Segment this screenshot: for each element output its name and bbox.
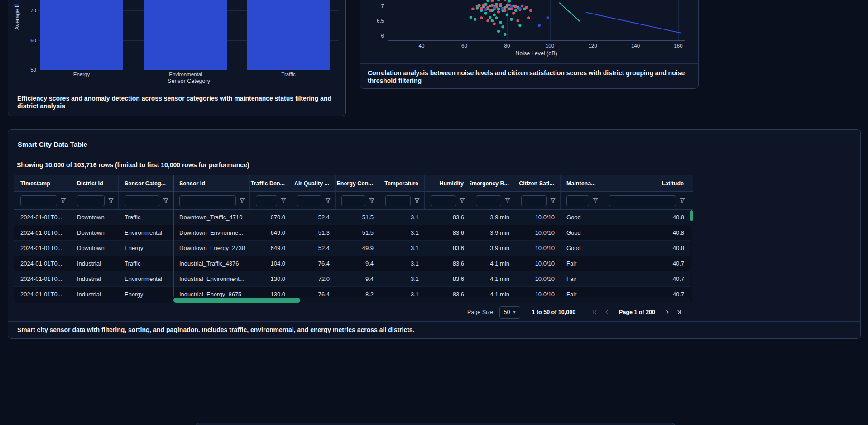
filter-input[interactable]: [385, 195, 411, 206]
table-cell-text: 104.0: [270, 260, 285, 267]
table-cell: 4.1 min: [470, 256, 515, 271]
scatter-point: [489, 9, 491, 12]
filter-input[interactable]: [609, 195, 676, 206]
filter-input[interactable]: [77, 195, 105, 206]
filter-icon[interactable]: [325, 198, 331, 203]
page-size-select[interactable]: 50 ▾: [499, 306, 520, 319]
first-page-icon[interactable]: [592, 309, 598, 315]
filter-input[interactable]: [297, 195, 321, 206]
column-header[interactable]: Timestamp: [14, 175, 71, 191]
filter-input[interactable]: [256, 195, 277, 206]
table-cell-text: 3.1: [411, 245, 419, 251]
table-cell: 40.7: [603, 256, 690, 271]
column-header[interactable]: Sensor Id: [173, 175, 250, 191]
vertical-scrollbar[interactable]: [690, 210, 693, 297]
scatter-point: [480, 16, 483, 19]
table-cell: Traffic: [119, 256, 173, 271]
table-row[interactable]: 2024-01-01T0...DowntownEnergyDowntown_En…: [14, 241, 693, 256]
filter-icon[interactable]: [163, 198, 168, 203]
filter-icon[interactable]: [414, 198, 420, 203]
last-page-icon[interactable]: [676, 309, 682, 315]
trend-line: [560, 3, 580, 21]
table-row[interactable]: 2024-01-01T0...IndustrialEnergyIndustria…: [14, 287, 693, 298]
filter-input[interactable]: [125, 195, 159, 206]
filter-icon[interactable]: [61, 198, 66, 203]
column-header[interactable]: Energy Con...: [336, 175, 379, 191]
scatter-point: [480, 7, 483, 10]
table-row[interactable]: 2024-01-01T0...IndustrialTrafficIndustri…: [14, 256, 693, 271]
column-header[interactable]: District Id: [71, 175, 119, 191]
table-cell: Industrial_Traffic_4376: [173, 256, 250, 271]
filter-icon[interactable]: [505, 198, 510, 203]
filter-icon[interactable]: [460, 198, 465, 203]
table-cell-text: 2024-01-01T0...: [20, 291, 62, 298]
table-cell-text: 51.5: [362, 214, 374, 221]
efficiency-x-axis-title: Sensor Category: [38, 78, 339, 84]
filter-cell: [470, 192, 515, 209]
filter-icon[interactable]: [240, 198, 245, 203]
column-header-label: Timestamp: [20, 180, 50, 187]
x-axis-line: [38, 70, 339, 70]
next-page-icon[interactable]: [664, 309, 671, 315]
table-cell-text: Fair: [566, 291, 576, 298]
bar-energy: [40, 0, 123, 70]
table-cell-text: 4.1 min: [490, 260, 509, 267]
filter-input[interactable]: [20, 195, 57, 206]
scatter-point: [518, 24, 521, 27]
table-cell-text: 52.4: [318, 214, 330, 221]
horizontal-scrollbar-thumb[interactable]: [173, 298, 300, 303]
table-cell-text: Fair: [566, 275, 576, 282]
table-cell: 3.1: [379, 256, 425, 271]
table-cell: 3.9 min: [470, 210, 515, 225]
filter-input[interactable]: [341, 195, 365, 206]
table-cell: Good: [561, 225, 603, 240]
table-row[interactable]: 2024-01-01T0...IndustrialEnvironmentalIn…: [14, 271, 693, 287]
column-header[interactable]: Air Quality ...: [291, 175, 336, 191]
column-header[interactable]: Sensor Categ...: [119, 175, 173, 191]
x-tick-label: 160: [674, 43, 682, 48]
vertical-scrollbar-thumb[interactable]: [690, 210, 693, 221]
table-cell-text: Energy: [125, 245, 143, 251]
filter-icon[interactable]: [369, 198, 374, 203]
table-row[interactable]: 2024-01-01T0...DowntownTrafficDowntown_T…: [14, 210, 693, 225]
y-tick-label: 70: [18, 8, 36, 13]
table-row[interactable]: 2024-01-01T0...DowntownEnvironmentalDown…: [14, 225, 693, 241]
filter-input[interactable]: [431, 195, 456, 206]
table-cell-text: 40.8: [673, 245, 684, 251]
filter-input[interactable]: [566, 195, 589, 206]
efficiency-chart-panel: Average E Sensor Category Efficiency sco…: [8, 0, 346, 116]
filter-icon[interactable]: [593, 198, 598, 203]
filter-icon[interactable]: [281, 198, 286, 203]
table-cell: 3.1: [379, 287, 425, 298]
page-size-value: 50: [504, 309, 510, 315]
filter-cell: [71, 192, 119, 209]
filter-icon[interactable]: [550, 198, 556, 203]
table-cell-text: Environmental: [125, 275, 162, 282]
column-header-label: Sensor Id: [179, 180, 205, 187]
table-cell: 76.4: [291, 287, 336, 298]
column-header-label: Air Quality ...: [294, 180, 329, 187]
horizontal-scrollbar[interactable]: [173, 297, 690, 303]
column-header[interactable]: Citizen Sati...: [515, 175, 561, 191]
column-header[interactable]: Temperature: [379, 175, 425, 191]
previous-page-icon[interactable]: [604, 309, 610, 315]
x-axis-line: [388, 40, 685, 41]
column-header[interactable]: Traffic Den...: [250, 175, 291, 191]
table-cell-text: Energy: [125, 291, 143, 298]
table-cell-text: 4.1 min: [490, 291, 509, 298]
scatter-point: [495, 16, 498, 19]
table-cell-text: 4.1 min: [490, 275, 509, 282]
filter-input[interactable]: [179, 195, 236, 206]
filter-input[interactable]: [476, 195, 501, 206]
scatter-point: [486, 19, 489, 22]
column-header-label: Maintena...: [566, 180, 596, 187]
filter-icon[interactable]: [680, 198, 685, 203]
column-header[interactable]: Latitude: [603, 175, 690, 191]
filter-input[interactable]: [521, 195, 547, 206]
table-cell-text: 10.0/10: [535, 260, 555, 267]
column-header[interactable]: Maintena...: [561, 175, 603, 191]
column-header[interactable]: Emergency R...: [470, 175, 515, 191]
column-header[interactable]: Humidity: [425, 175, 470, 191]
filter-icon[interactable]: [108, 198, 114, 203]
table-cell: 4.1 min: [470, 287, 515, 298]
